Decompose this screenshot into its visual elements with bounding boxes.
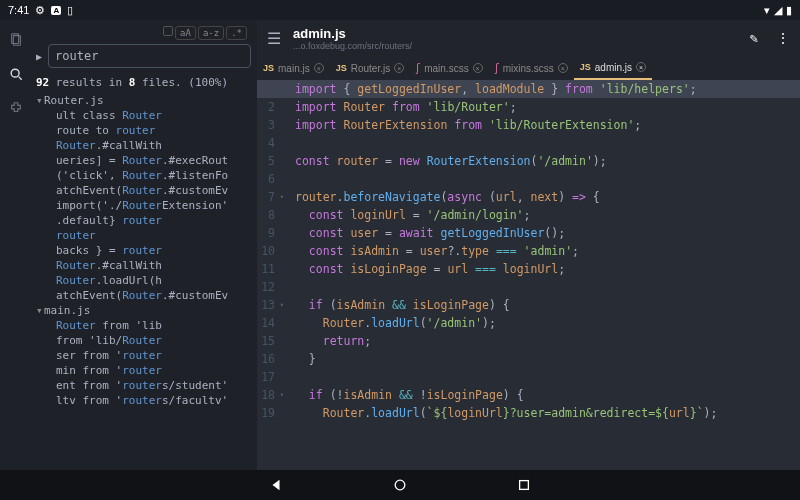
code-line[interactable]: const router = new RouterExtension('/adm… xyxy=(281,152,800,170)
code-line[interactable]: const loginUrl = '/admin/login'; xyxy=(281,206,800,224)
line-number: 18 xyxy=(257,386,275,404)
search-icon[interactable] xyxy=(8,66,24,82)
search-input[interactable] xyxy=(48,44,251,68)
tab-label: Router.js xyxy=(351,63,390,74)
activity-bar xyxy=(0,20,32,470)
tab-admin.js[interactable]: JSadmin.js× xyxy=(574,56,652,80)
code-line[interactable]: if (isAdmin && isLoginPage) { xyxy=(281,296,800,314)
editor-pane: ☰ admin.js ...o.foxdebug.com/src/routers… xyxy=(257,20,800,470)
line-number: 16 xyxy=(257,350,275,368)
result-line[interactable]: import('./RouterExtension' xyxy=(36,198,251,213)
code-area[interactable]: 12345678910111213141516171819 import { g… xyxy=(257,80,800,470)
result-file[interactable]: ▾Router.js xyxy=(36,93,251,108)
result-line[interactable]: Router.#callWith xyxy=(36,258,251,273)
result-line[interactable]: ser from 'router xyxy=(36,348,251,363)
line-number: 14 xyxy=(257,314,275,332)
line-number: 15 xyxy=(257,332,275,350)
regex-toggle[interactable]: .* xyxy=(226,26,247,40)
tab-label: main.scss xyxy=(424,63,468,74)
match-case-toggle[interactable]: aA xyxy=(175,26,196,40)
code-line[interactable]: } xyxy=(281,350,800,368)
tab-label: admin.js xyxy=(595,62,632,73)
code-line[interactable] xyxy=(281,278,800,296)
result-line[interactable]: ult class Router xyxy=(36,108,251,123)
whole-word-toggle[interactable]: a-z xyxy=(198,26,224,40)
code-line[interactable]: Router.loadUrl('/admin'); xyxy=(281,314,800,332)
result-line[interactable]: Router.loadUrl(h xyxy=(36,273,251,288)
line-number: 2 xyxy=(257,98,275,116)
code-line[interactable]: const isAdmin = user?.type === 'admin'; xyxy=(281,242,800,260)
battery-icon: ▮ xyxy=(786,4,792,17)
code-line[interactable]: import RouterExtension from 'lib/RouterE… xyxy=(281,116,800,134)
more-icon[interactable]: ⋮ xyxy=(776,30,790,46)
svg-rect-5 xyxy=(520,481,529,490)
result-line[interactable]: Router from 'lib xyxy=(36,318,251,333)
line-number: 4 xyxy=(257,134,275,152)
gear-icon: ⚙ xyxy=(35,4,45,17)
search-expand-icon[interactable]: ▶ xyxy=(36,51,42,62)
checkbox-icon[interactable] xyxy=(163,26,173,36)
svg-line-3 xyxy=(19,77,22,80)
code-line[interactable]: import { getLoggedInUser, loadModule } f… xyxy=(281,80,800,98)
code-line[interactable]: const user = await getLoggedInUser(); xyxy=(281,224,800,242)
result-line[interactable]: ('click', Router.#listenFo xyxy=(36,168,251,183)
result-line[interactable]: router xyxy=(36,228,251,243)
result-line[interactable]: backs } = router xyxy=(36,243,251,258)
result-line[interactable]: from 'lib/Router xyxy=(36,333,251,348)
result-file[interactable]: ▾main.js xyxy=(36,303,251,318)
code-line[interactable]: Router.loadUrl(`${loginUrl}?user=admin&r… xyxy=(281,404,800,422)
edit-icon[interactable]: ✎ xyxy=(750,30,758,46)
line-number: 8 xyxy=(257,206,275,224)
extensions-icon[interactable] xyxy=(8,100,24,116)
code-line[interactable]: const isLoginPage = url === loginUrl; xyxy=(281,260,800,278)
code-line[interactable]: router.beforeNavigate(async (url, next) … xyxy=(281,188,800,206)
line-number: 12 xyxy=(257,278,275,296)
tab-main.js[interactable]: JSmain.js× xyxy=(257,56,330,80)
line-number: 5 xyxy=(257,152,275,170)
code-line[interactable]: return; xyxy=(281,332,800,350)
line-number: 13 xyxy=(257,296,275,314)
file-name: admin.js xyxy=(293,26,750,41)
editor-tabs: JSmain.js×JSRouter.js×ʃmain.scss×ʃmixins… xyxy=(257,56,800,80)
code-line[interactable] xyxy=(281,170,800,188)
line-number: 3 xyxy=(257,116,275,134)
result-line[interactable]: ueries] = Router.#execRout xyxy=(36,153,251,168)
code-line[interactable]: if (!isAdmin && !isLoginPage) { xyxy=(281,386,800,404)
close-icon[interactable]: × xyxy=(394,63,404,73)
line-number: 11 xyxy=(257,260,275,278)
result-line[interactable]: ltv from 'routers/facultv' xyxy=(36,393,251,408)
tab-mixins.scss[interactable]: ʃmixins.scss× xyxy=(489,56,574,80)
recent-button[interactable] xyxy=(517,478,531,492)
result-line[interactable]: .default} router xyxy=(36,213,251,228)
editor-header: ☰ admin.js ...o.foxdebug.com/src/routers… xyxy=(257,20,800,56)
signal-icon: ◢ xyxy=(774,4,782,17)
result-line[interactable]: atchEvent(Router.#customEv xyxy=(36,288,251,303)
result-line[interactable]: Router.#callWith xyxy=(36,138,251,153)
home-button[interactable] xyxy=(393,478,407,492)
search-panel: aA a-z .* ▶ 92 results in 8 files. (100%… xyxy=(32,20,257,470)
files-icon[interactable] xyxy=(8,32,24,48)
back-button[interactable] xyxy=(269,478,283,492)
status-time: 7:41 xyxy=(8,4,29,16)
close-icon[interactable]: × xyxy=(473,63,483,73)
tab-Router.js[interactable]: JSRouter.js× xyxy=(330,56,410,80)
close-icon[interactable]: × xyxy=(636,62,646,72)
code-line[interactable] xyxy=(281,134,800,152)
close-icon[interactable]: × xyxy=(558,63,568,73)
line-number: 7 xyxy=(257,188,275,206)
code-line[interactable]: import Router from 'lib/Router'; xyxy=(281,98,800,116)
close-icon[interactable]: × xyxy=(314,63,324,73)
tab-label: main.js xyxy=(278,63,310,74)
result-line[interactable]: ent from 'routers/student' xyxy=(36,378,251,393)
svg-point-2 xyxy=(11,69,19,77)
result-line[interactable]: route to router xyxy=(36,123,251,138)
code-line[interactable] xyxy=(281,368,800,386)
line-number: 9 xyxy=(257,224,275,242)
app-badge-icon: A xyxy=(51,6,61,15)
menu-icon[interactable]: ☰ xyxy=(267,29,281,48)
android-navbar xyxy=(0,470,800,500)
wifi-icon: ▾ xyxy=(764,4,770,17)
result-line[interactable]: min from 'router xyxy=(36,363,251,378)
tab-main.scss[interactable]: ʃmain.scss× xyxy=(410,56,488,80)
result-line[interactable]: atchEvent(Router.#customEv xyxy=(36,183,251,198)
